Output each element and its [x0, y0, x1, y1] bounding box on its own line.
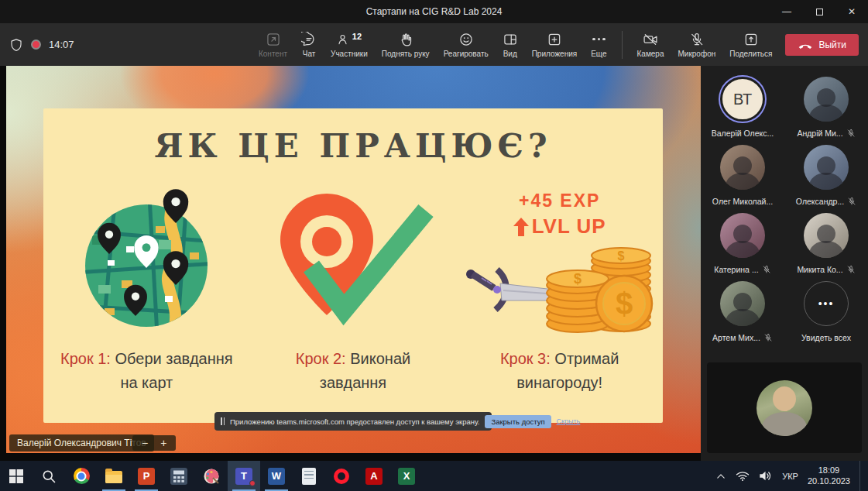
show-desktop-button[interactable]	[859, 461, 863, 491]
participant-tile[interactable]: ВТ Валерій Олекс...	[701, 77, 784, 145]
apps-plus-icon	[547, 32, 562, 47]
excel-icon: X	[398, 468, 415, 485]
hangup-icon	[798, 41, 813, 49]
video-tile[interactable]	[707, 362, 862, 453]
tray-date: 20.10.2023	[808, 476, 850, 487]
pin-check-illustration	[271, 192, 435, 336]
zoom-out-button[interactable]: −	[142, 437, 148, 449]
window-titlebar: Стартапи на CIG R&D Lab 2024 — ✕	[0, 0, 868, 23]
taskbar-search-button[interactable]	[33, 461, 65, 491]
participant-tile[interactable]: Андрій Ми...	[784, 77, 868, 145]
shield-icon	[9, 38, 23, 52]
chrome-icon	[74, 468, 90, 484]
participant-tile[interactable]: Олег Миколай...	[701, 145, 784, 213]
powerpoint-icon: P	[138, 468, 155, 485]
zoom-in-button[interactable]: +	[160, 437, 166, 449]
window-title: Стартапи на CIG R&D Lab 2024	[366, 6, 503, 17]
participant-name: Артем Мих...	[712, 333, 760, 342]
view-button[interactable]: Вид	[496, 32, 525, 58]
language-indicator[interactable]: УКР	[782, 472, 798, 481]
grip-icon[interactable]	[221, 417, 225, 425]
taskbar-notepad[interactable]	[293, 461, 325, 491]
microphone-button[interactable]: Микрофон	[671, 32, 723, 58]
toolbar-divider	[622, 31, 623, 59]
participant-tile[interactable]: Катерина ...	[701, 213, 784, 281]
taskbar-paint[interactable]	[195, 461, 228, 491]
share-button[interactable]: Поделиться	[722, 32, 779, 58]
avatar	[756, 380, 812, 436]
start-button[interactable]	[0, 461, 33, 491]
taskbar-calculator[interactable]	[163, 461, 195, 491]
content-button[interactable]: Контент	[252, 32, 294, 58]
raise-hand-icon	[398, 32, 413, 47]
more-button[interactable]: Еще	[584, 32, 613, 58]
step-1-text: Крок 1: Обери завдання на карт	[50, 347, 243, 395]
notepad-icon	[302, 468, 316, 485]
mic-off-icon	[762, 265, 771, 274]
windows-logo-icon	[9, 469, 24, 484]
participant-tile[interactable]: Микита Ко...	[784, 213, 868, 281]
camera-off-icon	[642, 32, 659, 47]
view-grid-icon	[503, 32, 518, 47]
slide-title: ЯК ЦЕ ПРАЦЮЄ?	[43, 127, 663, 165]
avatar	[720, 281, 765, 326]
see-all-label: Увидеть всех	[801, 333, 851, 342]
wifi-icon[interactable]	[736, 470, 750, 482]
minimize-button[interactable]: —	[770, 0, 803, 23]
shared-screen: ЯК ЦЕ ПРАЦЮЄ?	[6, 66, 701, 453]
windows-taskbar: P T W A X УКР 18:09 20.10.2023	[0, 461, 868, 491]
taskbar-chrome[interactable]	[65, 461, 98, 491]
taskbar-powerpoint[interactable]: P	[130, 461, 163, 491]
taskbar-teams[interactable]: T	[228, 461, 260, 491]
avatar	[804, 145, 849, 190]
avatar: ВТ	[720, 77, 765, 122]
tray-chevron-icon[interactable]	[715, 472, 726, 481]
share-up-icon	[743, 32, 759, 47]
raise-hand-button[interactable]: Поднять руку	[375, 32, 437, 58]
acrobat-icon: A	[365, 468, 383, 485]
participants-count: 12	[352, 32, 362, 41]
participant-name: Олег Миколай...	[712, 197, 773, 206]
see-all-participants[interactable]: ••• Увидеть всех	[784, 281, 868, 349]
svg-text:$: $	[617, 249, 624, 263]
banner-text: Приложению teams.microsoft.com предостав…	[230, 417, 479, 426]
taskbar-word[interactable]: W	[260, 461, 293, 491]
mic-off-icon	[846, 265, 856, 274]
participant-name: Валерій Олекс...	[712, 129, 774, 138]
lvl-label: LVL UP	[532, 215, 606, 239]
notification-badge	[249, 480, 256, 486]
volume-icon[interactable]	[759, 470, 773, 482]
reward-text: +45 EXP LVL UP	[513, 191, 606, 239]
maximize-icon	[816, 9, 823, 15]
mic-off-icon	[846, 129, 856, 138]
step-3-text: Крок 3: Отримай винагороду!	[479, 347, 641, 395]
svg-text:$: $	[574, 271, 582, 287]
system-tray: УКР 18:09 20.10.2023	[715, 461, 868, 491]
leave-button[interactable]: Выйти	[785, 34, 859, 56]
word-icon: W	[268, 468, 285, 485]
step-2-text: Крок 2: Виконай завдання	[276, 347, 431, 395]
avatar	[720, 145, 765, 190]
participant-tile[interactable]: Олександр...	[784, 145, 868, 213]
taskbar-opera[interactable]	[325, 461, 358, 491]
maximize-button[interactable]	[803, 0, 835, 23]
taskbar-explorer[interactable]	[98, 461, 130, 491]
participant-tile[interactable]: Артем Мих...	[701, 281, 784, 349]
avatar	[804, 77, 849, 122]
opera-icon	[334, 469, 349, 484]
taskbar-excel[interactable]: X	[390, 461, 423, 491]
react-button[interactable]: Реагировать	[437, 32, 496, 58]
camera-button[interactable]: Камера	[630, 32, 671, 58]
close-button[interactable]: ✕	[835, 0, 868, 23]
clock[interactable]: 18:09 20.10.2023	[808, 465, 850, 487]
slide-card: ЯК ЦЕ ПРАЦЮЄ?	[43, 108, 663, 423]
chat-icon	[301, 32, 317, 47]
content-share-icon	[266, 32, 281, 47]
apps-button[interactable]: Приложения	[525, 32, 585, 58]
hide-banner-link[interactable]: Скрыть	[557, 417, 581, 425]
chat-button[interactable]: Чат	[294, 32, 324, 58]
participant-name: Андрій Ми...	[797, 129, 842, 138]
taskbar-acrobat[interactable]: A	[358, 461, 390, 491]
participants-button[interactable]: 12 Участники	[324, 32, 375, 58]
stop-sharing-button[interactable]: Закрыть доступ	[485, 415, 551, 428]
